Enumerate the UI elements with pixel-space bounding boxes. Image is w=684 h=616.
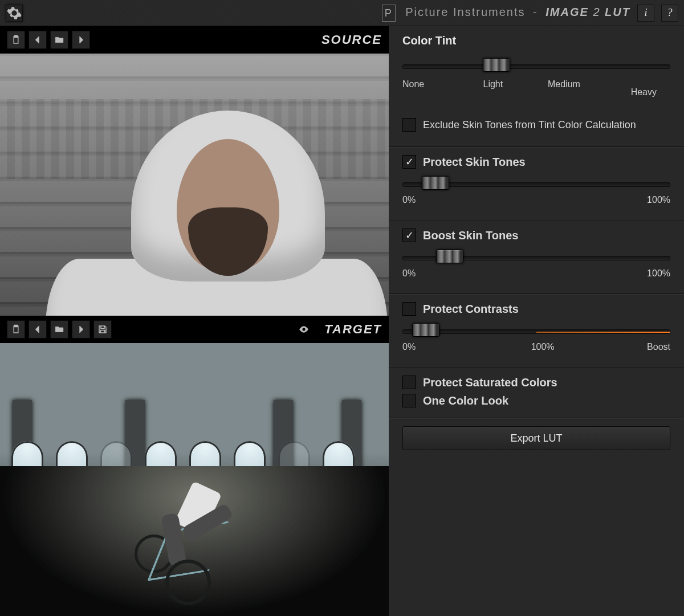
target-clipboard-button[interactable]: [7, 320, 25, 338]
protect-contrasts-label: Protect Contrasts: [423, 303, 519, 316]
save-icon: [97, 324, 108, 334]
one-color-look-label: One Color Look: [423, 394, 508, 407]
source-image[interactable]: [0, 54, 389, 316]
source-prev-button[interactable]: [28, 31, 47, 49]
chevron-left-icon: [32, 35, 43, 45]
protect-contrasts-max: Boost: [647, 342, 670, 352]
protect-skin-label: Protect Skin Tones: [423, 156, 526, 169]
app-name-2: 2: [593, 6, 600, 18]
boost-skin-checkbox[interactable]: [402, 229, 416, 242]
folder-icon: [54, 324, 64, 334]
target-open-button[interactable]: [50, 320, 68, 338]
boost-skin-min: 0%: [402, 268, 416, 279]
chevron-left-icon: [32, 324, 43, 334]
target-save-button[interactable]: [93, 320, 112, 338]
protect-contrasts-thumb[interactable]: [412, 323, 439, 337]
color-tint-title: Color Tint: [402, 34, 670, 47]
brand: P Picture Instruments - IMAGE 2 LUT: [382, 5, 630, 22]
export-lut-button[interactable]: Export LUT: [402, 426, 670, 450]
chevron-right-icon: [76, 324, 86, 334]
target-next-button[interactable]: [72, 320, 90, 338]
protect-skin-thumb[interactable]: [422, 176, 449, 190]
target-toolbar: TARGET: [0, 316, 389, 343]
boost-skin-max: 100%: [647, 268, 670, 279]
boost-skin-slider[interactable]: [402, 250, 670, 265]
preview-toggle-button[interactable]: [295, 320, 313, 338]
exclude-skin-checkbox[interactable]: [402, 118, 416, 132]
protect-skin-max: 100%: [647, 195, 670, 205]
tint-tick-light: Light: [450, 79, 531, 105]
source-label: SOURCE: [321, 32, 382, 47]
target-image[interactable]: [0, 343, 389, 616]
exclude-skin-label: Exclude Skin Tones from Tint Color Calcu…: [423, 119, 636, 131]
export-lut-label: Export LUT: [510, 433, 562, 444]
clipboard-open-button[interactable]: [7, 31, 25, 49]
gear-icon: [6, 5, 22, 21]
settings-button[interactable]: [6, 5, 23, 22]
titlebar: P Picture Instruments - IMAGE 2 LUT i ?: [0, 0, 684, 26]
protect-skin-checkbox[interactable]: [402, 155, 416, 169]
source-open-button[interactable]: [50, 31, 68, 49]
clipboard-icon: [11, 324, 21, 334]
chevron-right-icon: [76, 35, 86, 45]
help-button[interactable]: ?: [661, 5, 678, 22]
source-next-button[interactable]: [72, 31, 90, 49]
color-tint-thumb[interactable]: [483, 58, 510, 72]
brand-name: Picture Instruments: [405, 6, 525, 18]
protect-contrasts-slider[interactable]: [402, 324, 670, 338]
boost-skin-thumb[interactable]: [436, 250, 463, 263]
protect-contrasts-mid: 100%: [531, 342, 555, 352]
boost-skin-label: Boost Skin Tones: [423, 229, 518, 242]
info-button[interactable]: i: [637, 5, 654, 22]
protect-saturated-checkbox[interactable]: [402, 376, 416, 389]
app-name-1: IMAGE: [545, 6, 589, 18]
app-name-3: LUT: [605, 6, 630, 18]
clipboard-icon: [11, 35, 21, 45]
eye-icon: [299, 324, 309, 334]
tint-tick-none: None: [402, 79, 450, 105]
brand-logo-icon: P: [382, 5, 396, 22]
protect-contrasts-min: 0%: [402, 342, 416, 352]
target-prev-button[interactable]: [28, 320, 47, 338]
protect-contrasts-checkbox[interactable]: [402, 302, 416, 316]
one-color-look-checkbox[interactable]: [402, 394, 416, 407]
source-toolbar: SOURCE: [0, 26, 389, 54]
protect-skin-slider[interactable]: [402, 177, 670, 191]
tint-tick-heavy: Heavy: [596, 79, 671, 105]
target-label: TARGET: [324, 322, 382, 337]
controls-panel: Color Tint None Light Medium Heavy Exclu…: [389, 26, 684, 616]
protect-saturated-label: Protect Saturated Colors: [423, 376, 557, 389]
protect-skin-min: 0%: [402, 195, 416, 205]
tint-tick-medium: Medium: [531, 79, 596, 105]
color-tint-slider[interactable]: [402, 59, 670, 74]
folder-icon: [54, 35, 64, 45]
